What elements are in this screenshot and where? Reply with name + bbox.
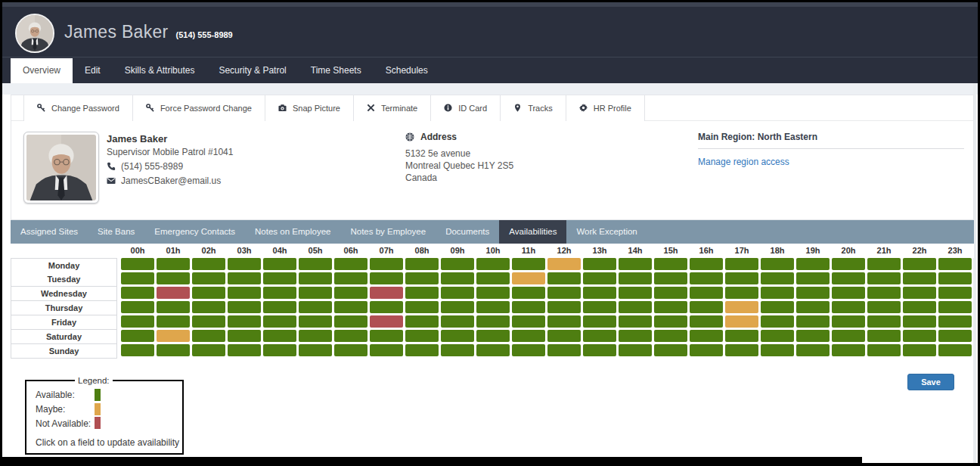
availability-cell-tuesday-01h[interactable]	[157, 272, 190, 284]
availability-cell-tuesday-21h[interactable]	[867, 272, 901, 284]
availability-cell-wednesday-17h[interactable]	[725, 287, 758, 299]
availability-cell-monday-09h[interactable]	[441, 258, 474, 270]
availability-cell-sunday-22h[interactable]	[903, 344, 936, 356]
availability-cell-tuesday-20h[interactable]	[832, 272, 865, 284]
availability-cell-friday-17h[interactable]	[725, 315, 758, 328]
availability-cell-tuesday-16h[interactable]	[690, 272, 723, 284]
availability-cell-monday-13h[interactable]	[583, 258, 616, 270]
availability-cell-monday-06h[interactable]	[334, 258, 368, 270]
availability-cell-friday-07h[interactable]	[370, 315, 403, 328]
availability-cell-wednesday-18h[interactable]	[761, 287, 794, 299]
hr-profile-button[interactable]: HR Profile	[566, 95, 645, 121]
availability-cell-wednesday-12h[interactable]	[547, 287, 581, 299]
availability-cell-saturday-19h[interactable]	[796, 330, 830, 342]
availability-cell-wednesday-05h[interactable]	[299, 287, 332, 299]
availability-cell-saturday-18h[interactable]	[761, 330, 794, 342]
availability-cell-tuesday-03h[interactable]	[228, 272, 261, 284]
availability-cell-tuesday-00h[interactable]	[121, 272, 154, 284]
availability-cell-wednesday-07h[interactable]	[370, 287, 403, 299]
availability-cell-friday-19h[interactable]	[796, 315, 830, 328]
availability-cell-thursday-13h[interactable]	[583, 301, 616, 313]
availability-cell-sunday-02h[interactable]	[192, 344, 225, 356]
availability-cell-monday-18h[interactable]	[761, 258, 794, 270]
availability-cell-monday-22h[interactable]	[903, 258, 936, 270]
subtab-work-exception[interactable]: Work Exception	[566, 220, 647, 244]
availability-cell-saturday-12h[interactable]	[547, 330, 581, 342]
availability-cell-sunday-07h[interactable]	[370, 344, 403, 356]
availability-cell-sunday-19h[interactable]	[796, 344, 830, 356]
availability-cell-wednesday-15h[interactable]	[654, 287, 687, 299]
availability-cell-monday-00h[interactable]	[121, 258, 154, 270]
tab-overview[interactable]: Overview	[11, 58, 73, 83]
availability-cell-friday-14h[interactable]	[619, 315, 652, 328]
availability-cell-friday-08h[interactable]	[405, 315, 439, 328]
availability-cell-monday-10h[interactable]	[476, 258, 510, 270]
availability-cell-saturday-03h[interactable]	[228, 330, 261, 342]
availability-cell-sunday-13h[interactable]	[583, 344, 616, 356]
manage-region-access-link[interactable]: Manage region access	[698, 157, 789, 167]
availability-cell-wednesday-14h[interactable]	[619, 287, 652, 299]
availability-cell-saturday-00h[interactable]	[121, 330, 154, 342]
availability-cell-thursday-03h[interactable]	[228, 301, 261, 313]
availability-cell-tuesday-23h[interactable]	[938, 272, 972, 284]
availability-cell-thursday-10h[interactable]	[476, 301, 510, 313]
availability-cell-monday-17h[interactable]	[725, 258, 758, 270]
availability-cell-wednesday-09h[interactable]	[441, 287, 474, 299]
availability-cell-monday-14h[interactable]	[619, 258, 652, 270]
availability-cell-monday-20h[interactable]	[832, 258, 865, 270]
availability-cell-friday-02h[interactable]	[192, 315, 225, 328]
availability-cell-tuesday-06h[interactable]	[334, 272, 368, 284]
availability-cell-sunday-17h[interactable]	[725, 344, 758, 356]
availability-cell-friday-20h[interactable]	[832, 315, 865, 328]
availability-cell-monday-08h[interactable]	[405, 258, 439, 270]
availability-cell-tuesday-08h[interactable]	[405, 272, 439, 284]
availability-cell-saturday-14h[interactable]	[619, 330, 652, 342]
availability-cell-friday-13h[interactable]	[583, 315, 616, 328]
availability-cell-friday-15h[interactable]	[654, 315, 687, 328]
availability-cell-wednesday-04h[interactable]	[263, 287, 296, 299]
availability-cell-tuesday-05h[interactable]	[299, 272, 332, 284]
availability-cell-sunday-10h[interactable]	[476, 344, 510, 356]
availability-cell-monday-16h[interactable]	[690, 258, 723, 270]
availability-cell-wednesday-21h[interactable]	[867, 287, 901, 299]
tab-time-sheets[interactable]: Time Sheets	[299, 58, 374, 83]
availability-cell-saturday-15h[interactable]	[654, 330, 687, 342]
availability-cell-tuesday-17h[interactable]	[725, 272, 758, 284]
availability-cell-tuesday-22h[interactable]	[903, 272, 936, 284]
availability-cell-tuesday-19h[interactable]	[796, 272, 830, 284]
id-card-button[interactable]: ID Card	[431, 95, 501, 121]
availability-cell-friday-11h[interactable]	[512, 315, 545, 328]
availability-cell-thursday-08h[interactable]	[405, 301, 439, 313]
availability-cell-thursday-11h[interactable]	[512, 301, 545, 313]
availability-cell-saturday-07h[interactable]	[370, 330, 403, 342]
availability-cell-wednesday-02h[interactable]	[192, 287, 225, 299]
availability-cell-monday-05h[interactable]	[299, 258, 332, 270]
availability-cell-friday-21h[interactable]	[867, 315, 901, 328]
tab-skills-attributes[interactable]: Skills & Attributes	[113, 58, 207, 83]
availability-cell-wednesday-13h[interactable]	[583, 287, 616, 299]
tab-schedules[interactable]: Schedules	[374, 58, 440, 83]
availability-cell-monday-04h[interactable]	[263, 258, 296, 270]
availability-cell-friday-03h[interactable]	[228, 315, 261, 328]
availability-cell-wednesday-19h[interactable]	[796, 287, 830, 299]
availability-cell-tuesday-09h[interactable]	[441, 272, 474, 284]
availability-cell-sunday-05h[interactable]	[299, 344, 332, 356]
tab-security-patrol[interactable]: Security & Patrol	[206, 58, 298, 83]
availability-cell-thursday-07h[interactable]	[370, 301, 403, 313]
availability-cell-friday-16h[interactable]	[690, 315, 723, 328]
availability-cell-tuesday-02h[interactable]	[192, 272, 225, 284]
availability-cell-sunday-11h[interactable]	[512, 344, 545, 356]
availability-cell-tuesday-18h[interactable]	[761, 272, 794, 284]
availability-cell-friday-06h[interactable]	[334, 315, 368, 328]
availability-cell-tuesday-04h[interactable]	[263, 272, 296, 284]
availability-cell-friday-22h[interactable]	[903, 315, 936, 328]
availability-cell-saturday-04h[interactable]	[263, 330, 296, 342]
availability-cell-thursday-15h[interactable]	[654, 301, 687, 313]
availability-cell-monday-15h[interactable]	[654, 258, 687, 270]
availability-cell-saturday-01h[interactable]	[157, 330, 190, 342]
tracks-button[interactable]: Tracks	[501, 95, 566, 121]
availability-cell-sunday-04h[interactable]	[263, 344, 296, 356]
availability-cell-wednesday-03h[interactable]	[228, 287, 261, 299]
snap-picture-button[interactable]: Snap Picture	[265, 95, 354, 121]
availability-cell-thursday-18h[interactable]	[761, 301, 794, 313]
